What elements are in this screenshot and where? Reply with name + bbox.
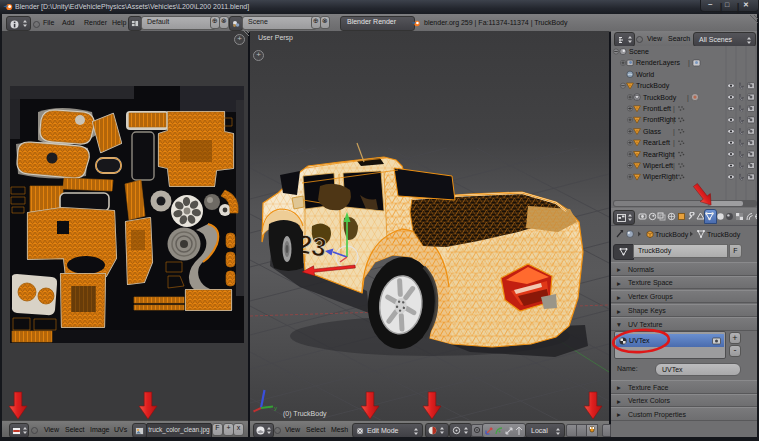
svg-text:FrontLeft: FrontLeft (643, 105, 671, 112)
svg-text:|: | (673, 128, 675, 136)
svg-text:RenderLayers: RenderLayers (636, 59, 680, 67)
svg-text:|: | (673, 151, 675, 159)
svg-text:Glass: Glass (643, 128, 661, 135)
svg-text:RearRight: RearRight (643, 151, 675, 159)
svg-text:|: | (688, 59, 690, 67)
svg-text:Scene: Scene (629, 48, 649, 55)
svg-text:WiperLeft: WiperLeft (643, 162, 673, 170)
svg-text:TruckBody: TruckBody (707, 231, 741, 239)
svg-text:y: y (274, 405, 277, 411)
svg-text:|: | (673, 173, 675, 181)
svg-text:TruckBody: TruckBody (655, 231, 689, 239)
svg-text:|: | (673, 116, 675, 124)
svg-text:|: | (673, 162, 675, 170)
svg-text:|: | (687, 94, 689, 102)
svg-text:TruckBody: TruckBody (643, 94, 677, 102)
svg-text:World: World (636, 71, 654, 78)
svg-text:|: | (673, 105, 675, 113)
svg-text:TruckBody: TruckBody (636, 82, 670, 90)
svg-text:|: | (673, 139, 675, 147)
svg-text:RearLeft: RearLeft (643, 139, 670, 146)
svg-text:FrontRight: FrontRight (643, 116, 676, 124)
